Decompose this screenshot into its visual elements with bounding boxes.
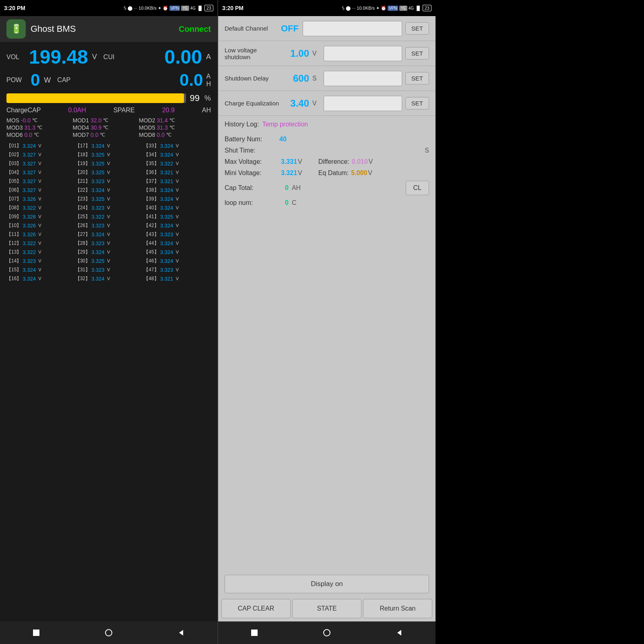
nav-home-button[interactable]: [102, 626, 115, 639]
r-signal-icon: 𝕊: [342, 6, 345, 11]
empty-space: [436, 0, 644, 644]
module-mod5: MOD5 31.3 ℃: [139, 124, 204, 131]
bottom-buttons-row: CAP CLEAR STATE Return Scan: [218, 596, 436, 621]
cell-02: 【02】3.327V: [6, 150, 74, 159]
r-nav-home-button[interactable]: [320, 626, 333, 639]
default-channel-input[interactable]: [303, 21, 402, 36]
shutdown-delay-input[interactable]: [324, 71, 402, 86]
cell-29: 【29】3.324V: [75, 248, 142, 256]
spare-label: SPARE: [114, 107, 135, 114]
battery-num-label: Battery Num:: [225, 136, 277, 143]
loop-num-value: 0: [285, 199, 289, 206]
low-voltage-value: 1.00: [281, 48, 309, 59]
r-vpn-icon: VPN: [388, 6, 398, 11]
history-row: History Log: Temp protection: [225, 121, 429, 128]
cell-16: 【16】3.324V: [6, 274, 74, 283]
cell-35: 【35】3.322V: [144, 159, 211, 168]
cell-42: 【42】3.324V: [144, 221, 211, 230]
cl-button[interactable]: CL: [406, 181, 429, 195]
cell-03: 【03】3.327V: [6, 159, 74, 168]
charge-eq-row: Charge Equalization 3.40 V SET: [218, 91, 436, 116]
low-voltage-set-button[interactable]: SET: [405, 47, 429, 60]
cell-22: 【22】3.324V: [75, 186, 142, 194]
r-nav-stop-button[interactable]: [248, 626, 261, 639]
charge-eq-set-button[interactable]: SET: [405, 97, 429, 109]
low-voltage-unit: V: [312, 50, 320, 57]
progress-bar-container: [6, 93, 186, 103]
difference-unit: V: [369, 158, 373, 165]
cell-40: 【40】3.324V: [144, 203, 211, 212]
svg-marker-2: [179, 630, 183, 636]
left-phone-panel: 3:20 PM 𝕊 ⬤ ··· 10.0KB/s ✦ ⏰ VPN YE 4G ▐…: [0, 0, 217, 644]
module-mod2: MOD2 31.4 ℃: [139, 117, 204, 124]
low-voltage-input[interactable]: [324, 46, 402, 61]
mini-voltage-label: Mini Voltage:: [225, 169, 281, 177]
max-voltage-value: 3.331: [281, 158, 297, 165]
r-alarm-icon: ⏰: [381, 6, 386, 11]
progress-percent: 99: [190, 93, 200, 103]
eq-datum-value: 5.000: [351, 169, 367, 177]
cell-10: 【10】3.326V: [6, 221, 74, 230]
shutdown-delay-set-button[interactable]: SET: [405, 72, 429, 85]
display-on-button[interactable]: Display on: [225, 575, 429, 593]
eq-datum-unit: V: [368, 169, 372, 177]
cell-36: 【36】3.321V: [144, 168, 211, 177]
connect-button[interactable]: Connect: [179, 25, 211, 34]
power-value: 0: [31, 70, 40, 90]
return-scan-button[interactable]: Return Scan: [363, 599, 432, 618]
temp-protection-link[interactable]: Temp protection: [262, 121, 308, 128]
cell-34: 【34】3.324V: [144, 150, 211, 159]
right-status-time: 3:20 PM: [222, 5, 244, 11]
cap-total-row: Cap Total: 0 AH CL: [218, 179, 436, 197]
cell-04: 【04】3.327V: [6, 168, 74, 177]
cell-46: 【46】3.324V: [144, 256, 211, 265]
cell-33: 【33】3.324V: [144, 141, 211, 150]
voltage-label: VOL: [6, 54, 27, 61]
cell-01: 【01】3.324V: [6, 141, 74, 150]
battery-num-row: Battery Num: 40: [218, 134, 436, 145]
vpn-icon: VPN: [169, 6, 180, 11]
nav-back-button[interactable]: [175, 626, 188, 639]
loop-num-row: loop num: 0 C: [218, 197, 436, 208]
network-speed: 10.0KB/s: [138, 6, 157, 10]
mini-voltage-value: 3.321: [281, 169, 297, 177]
cell-25: 【25】3.322V: [75, 212, 142, 221]
charge-cap-value: 0.0AH: [68, 107, 86, 114]
r-dots-icon: ···: [352, 6, 355, 10]
progress-row: 99 %: [6, 93, 211, 103]
default-channel-set-button[interactable]: SET: [405, 22, 429, 35]
current-unit: A: [206, 53, 211, 61]
cells-column-1: 【01】3.324V 【02】3.327V 【03】3.327V 【04】3.3…: [6, 141, 74, 283]
difference-label: Difference:: [318, 158, 349, 165]
r-network-speed: 10.0KB/s: [357, 6, 375, 10]
nav-stop-button[interactable]: [30, 626, 43, 639]
cell-38: 【38】3.324V: [144, 186, 211, 194]
cells-column-3: 【33】3.324V 【34】3.324V 【35】3.322V 【36】3.3…: [144, 141, 211, 283]
cell-13: 【13】3.322V: [6, 248, 74, 256]
cell-27: 【27】3.324V: [75, 230, 142, 239]
cell-37: 【37】3.321V: [144, 177, 211, 186]
module-mod7: MOD7 0.0 ℃: [73, 132, 138, 138]
state-button[interactable]: STATE: [292, 599, 361, 618]
shutdown-delay-unit: S: [312, 75, 320, 82]
4g-icon: 4G: [190, 6, 196, 10]
module-mod3: MOD3 31.3 ℃: [6, 124, 72, 131]
left-status-time: 3:20 PM: [4, 5, 25, 11]
charge-eq-label: Charge Equalization: [225, 100, 281, 107]
default-channel-row: Default Channel OFF SET: [218, 16, 436, 41]
r-nav-back-button[interactable]: [393, 626, 406, 639]
cell-11: 【11】3.326V: [6, 230, 74, 239]
history-section: History Log: Temp protection: [218, 116, 436, 134]
cap-clear-button[interactable]: CAP CLEAR: [221, 599, 291, 618]
cell-19: 【19】3.325V: [75, 159, 142, 168]
app-icon: 🔋: [6, 19, 26, 39]
spare-unit: AH: [202, 107, 211, 114]
power-unit: W: [44, 76, 51, 85]
svg-point-4: [324, 630, 330, 636]
main-content: VOL 199.48 V CUI 0.00 A POW 0 W CAP 0.0 …: [0, 42, 217, 621]
charge-eq-input[interactable]: [324, 96, 402, 111]
max-voltage-unit: V: [298, 158, 302, 165]
cap-unit: A H: [206, 72, 211, 88]
cap-total-unit: AH: [292, 184, 301, 192]
cell-48: 【48】3.321V: [144, 274, 211, 283]
